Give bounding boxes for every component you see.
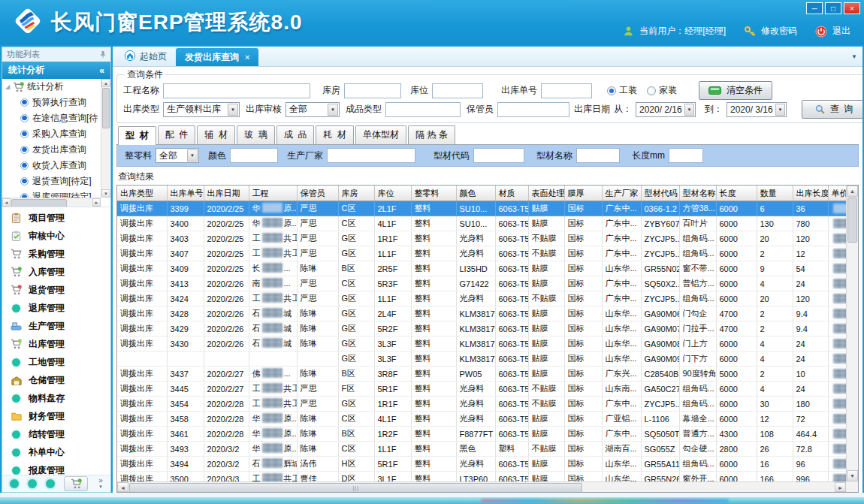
table-row[interactable]: 调拨出库34302020/2/26石城陈琳G区3L3F整料KLM38176063… [117,337,846,352]
table-row[interactable]: 调拨出库34372020/2/27佛...陈琳B区3R8F整料PW056063-… [117,367,846,382]
table-row[interactable]: 调拨出库34932020/3/2华原...陈琳C区1L1F整料黑色塑料不贴膜国标… [117,442,846,457]
date-from-picker[interactable]: 2020/ 2/16▼ [636,102,696,117]
scroll-up-icon[interactable]: ▲ [847,186,858,197]
warehouse-input[interactable] [344,83,401,98]
scrollbar-thumb[interactable] [102,88,110,128]
product-type-input[interactable] [385,102,461,117]
column-header[interactable]: 库房 [338,186,374,201]
tree-item[interactable]: 退库管理[待定] [2,189,101,198]
outbound-type-select[interactable]: 生产领料出库▼ [163,102,240,117]
column-header[interactable]: 工程 [249,186,297,201]
column-header[interactable]: 材质 [495,186,528,201]
column-header[interactable]: 数量 [757,186,793,201]
table-row[interactable]: 调拨出库35002020/3/3工共工程曹佳D区3L1F整料LT3P606063… [117,472,846,482]
logout-link[interactable]: 退出 [832,25,850,38]
column-header[interactable]: 保管员 [297,186,338,201]
sidebar-nav-item[interactable]: 物料盘存 [2,389,110,407]
scrollbar-thumb[interactable] [847,198,857,243]
change-password-link[interactable]: 修改密码 [761,25,797,38]
tree-item[interactable]: 退货查询[待定] [2,174,101,189]
column-header[interactable]: 膜厚 [564,186,602,201]
table-row[interactable]: 调拨出库33992020/2/25华原...严思C区2L1F整料SU10...6… [117,201,846,216]
scroll-left-icon[interactable]: ◄ [117,482,128,492]
sidebar-section-header[interactable]: 统计分析 « [2,62,110,79]
table-row[interactable]: 调拨出库34002020/2/25华原...严思C区4L1F整料SU10...6… [117,216,846,231]
column-header[interactable]: 单价 [828,186,846,201]
table-row[interactable]: 调拨出库34032020/2/25工共工程严思G区1R1F整料光身料6063-T… [117,231,846,246]
collapse-icon[interactable]: « [99,65,104,76]
table-row[interactable]: 调拨出库34092020/2/25长...陈琳B区2R5F整料LI35HD606… [117,261,846,276]
column-header[interactable]: 整零料 [411,186,456,201]
table-row[interactable]: 调拨出库34582020/2/28华原...陈琳C区4L1F整料光身料6063-… [117,412,846,427]
column-header[interactable]: 型材代码 [641,186,679,201]
radio-jiazhuang[interactable] [647,86,656,95]
sidebar-nav-item[interactable]: 生产管理 [2,317,110,335]
tab-list-dropdown-icon[interactable]: ▼ [851,53,857,60]
audit-select[interactable]: 全部▼ [285,102,340,117]
length-input[interactable] [669,148,703,163]
project-name-input[interactable] [163,83,310,98]
table-row[interactable]: 调拨出库34452020/2/27工共工程严思F区5R1F整料光身料6063-T… [117,382,846,397]
scrollbar-thumb[interactable] [11,199,67,207]
clear-conditions-button[interactable]: 清空条件 [699,81,772,100]
sidebar-nav-item[interactable]: 采购管理 [2,245,110,263]
column-header[interactable]: 长度 [716,186,757,201]
table-row[interactable]: 调拨出库34242020/2/26工共工程严思G区1L1F整料光身料6063-T… [117,291,846,306]
tree-item[interactable]: 发货出库查询 [2,142,101,158]
sidebar-nav-item[interactable]: 项目管理 [2,209,110,227]
scroll-right-icon[interactable]: ► [92,198,101,207]
sidebar-nav-item[interactable]: 报废管理 [2,461,110,475]
more-tools-button[interactable]: »▼ [98,478,103,490]
keeper-input[interactable] [497,102,569,117]
column-header[interactable]: 出库单号 [167,186,204,201]
profile-code-input[interactable] [473,148,524,163]
material-tab[interactable]: 隔 热 条 [408,125,455,144]
table-row[interactable]: G区3L3F整料KLM38176063-T5贴膜国标山东华...GA90M09.… [117,352,846,367]
whole-part-select[interactable]: 全部▼ [156,148,199,163]
sidebar-nav-item[interactable]: 退库管理 [2,299,110,317]
manufacturer-input[interactable] [327,148,415,163]
material-tab[interactable]: 辅 材 [197,125,235,144]
table-row[interactable]: 调拨出库34132020/2/26南...严思C区5R3F整料G71422606… [117,276,846,291]
tree-root-statistics[interactable]: ◢ 统计分析 [2,79,101,95]
circle-icon[interactable] [46,479,55,488]
tab-shipping-outbound-query[interactable]: 发货出库查询 × [176,48,258,66]
scrollbar-thumb[interactable]: ||| [129,483,582,493]
table-row[interactable]: 调拨出库34282020/2/26石城陈琳G区2L4F整料KLM38176063… [117,306,846,321]
cart-button[interactable] [64,476,88,491]
column-header[interactable]: 出库长度 [793,186,828,201]
sidebar-nav-item[interactable]: 审核中心 [2,227,110,245]
table-row[interactable]: 调拨出库34942020/3/2石辉城汤伟H区5R1F整料光身料6063-T5贴… [117,457,846,472]
material-tab[interactable]: 单体型材 [355,125,406,144]
tree-item[interactable]: 在途信息查询[待 [2,110,101,126]
tree-item[interactable]: 采购入库查询 [2,126,101,142]
grid-horizontal-scrollbar[interactable]: ◄ ||| ► [117,481,846,492]
column-header[interactable]: 表面处理 [528,186,564,201]
table-row[interactable]: 调拨出库34612020/2/28华原...陈琳B区1R2F整料F8877FT6… [117,427,846,442]
color-input[interactable] [230,148,278,163]
location-input[interactable] [432,83,483,98]
table-row[interactable]: 调拨出库34292020/2/26石城陈琳G区5R2F整料KLM38176063… [117,321,846,337]
circle-icon[interactable] [28,479,37,488]
search-button[interactable]: 查 询 [802,100,862,119]
sidebar-nav-item[interactable]: 补单中心 [2,443,110,461]
material-tab[interactable]: 配 件 [158,125,196,144]
tab-home[interactable]: 起始页 [116,47,176,66]
close-tab-icon[interactable]: × [245,53,249,62]
tree-vertical-scrollbar[interactable]: ▲ ▼ [101,79,110,198]
sidebar-nav-item[interactable]: 入库管理 [2,263,110,281]
order-no-input[interactable] [541,83,592,98]
scroll-right-icon[interactable]: ► [835,482,846,492]
column-header[interactable]: 型材名称 [679,186,716,201]
grid-vertical-scrollbar[interactable]: ▲ ▼ [846,186,858,481]
sidebar-nav-item[interactable]: 财务管理 [2,407,110,425]
material-tab[interactable]: 成 品 [276,125,315,144]
sidebar-nav-item[interactable]: 结转管理 [2,425,110,443]
tree-expander-icon[interactable]: ◢ [5,83,10,90]
scroll-up-icon[interactable]: ▲ [101,79,110,87]
tree-item[interactable]: 收货入库查询 [2,158,101,174]
close-button[interactable]: × [844,2,860,14]
circle-icon[interactable] [10,479,19,488]
tree-item[interactable]: 预算执行查询 [2,95,101,110]
scroll-left-icon[interactable]: ◄ [2,198,11,207]
